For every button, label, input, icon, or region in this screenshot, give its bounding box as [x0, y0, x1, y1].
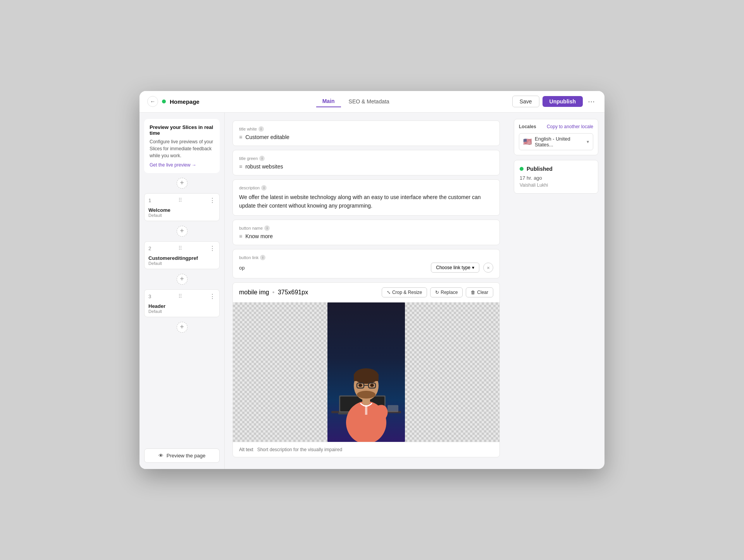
description-info-icon[interactable]: i [261, 185, 267, 191]
field-title-white: title white i ≡ Customer editable [232, 120, 500, 146]
image-dimensions: 375x691px [278, 289, 308, 295]
field-button-name-value[interactable]: ≡ Know more [239, 233, 493, 239]
slice-2-variant: Default [148, 261, 215, 266]
slice-2-name: Customereditingpref [148, 255, 215, 261]
field-button-link-value[interactable]: op [239, 265, 427, 271]
replace-icon: ↻ [435, 290, 439, 295]
slice-3-drag-handle[interactable]: ⠿ [178, 293, 182, 299]
svg-point-16 [370, 384, 374, 387]
field-title-white-label: title white i [239, 126, 493, 132]
slice-1-name: Welcome [148, 207, 215, 213]
left-sidebar: Preview your Slices in real time Configu… [140, 113, 225, 469]
field-title-white-value[interactable]: ≡ Customer editable [239, 134, 493, 140]
locale-name: English - United States... [535, 136, 584, 148]
add-slice-button-mid2[interactable]: + [177, 274, 188, 285]
locales-section: Locales Copy to another locale 🇺🇸 Englis… [514, 119, 598, 155]
back-button[interactable]: ← [147, 96, 158, 107]
image-label: mobile img • 375x691px [239, 289, 308, 296]
title-green-info-icon[interactable]: i [259, 156, 265, 161]
crop-resize-button[interactable]: ⤡ Crop & Resize [382, 287, 427, 297]
published-status-label: Published [527, 166, 553, 172]
slice-2-label: Customereditingpref Default [145, 255, 219, 269]
crop-icon: ⤡ [387, 290, 391, 295]
person-photo [327, 302, 405, 442]
slice-3-more-button[interactable]: ⋮ [209, 293, 215, 300]
field-description-value[interactable]: We offer the latest in website technolog… [239, 193, 493, 210]
eye-icon: 👁 [158, 453, 164, 459]
slice-3-name: Header [148, 303, 215, 309]
published-section: Published 17 hr. ago Vaishali Lukhi [514, 160, 598, 194]
field-button-link-row: op Choose link type ▾ × [239, 263, 493, 273]
slice-1-variant: Default [148, 213, 215, 218]
slice-2-more-button[interactable]: ⋮ [209, 245, 215, 252]
alt-text-input[interactable] [257, 447, 493, 452]
choose-link-type-button[interactable]: Choose link type ▾ [431, 263, 479, 273]
slice-item-3: 3 ⠿ ⋮ Header Default [144, 289, 220, 317]
preview-card-description: Configure live previews of your Slices f… [150, 138, 214, 159]
clear-link-button[interactable]: × [483, 263, 493, 273]
locale-select[interactable]: 🇺🇸 English - United States... ▾ [519, 133, 593, 150]
tab-seo-metadata[interactable]: SEO & Metadata [343, 96, 396, 107]
flag-icon: 🇺🇸 [523, 137, 532, 146]
clear-icon: 🗑 [471, 290, 475, 295]
field-title-green-value[interactable]: ≡ robust websites [239, 163, 493, 170]
field-button-name-label: button name i [239, 225, 493, 231]
published-by: Vaishali Lukhi [520, 182, 592, 188]
slice-2-drag-handle[interactable]: ⠿ [178, 245, 182, 251]
chevron-down-icon: ▾ [472, 265, 474, 270]
image-actions: ⤡ Crop & Resize ↻ Replace 🗑 Clear [382, 287, 493, 297]
tab-main[interactable]: Main [316, 96, 341, 107]
add-slice-button-top[interactable]: + [177, 178, 188, 189]
image-header: mobile img • 375x691px ⤡ Crop & Resize ↻… [233, 283, 499, 302]
slice-item-1: 1 ⠿ ⋮ Welcome Default [144, 193, 220, 221]
field-title-green: title green i ≡ robust websites [232, 150, 500, 175]
more-options-button[interactable]: ⋯ [586, 96, 597, 107]
svg-rect-10 [354, 374, 379, 381]
add-slice-button-mid1[interactable]: + [177, 226, 188, 237]
preview-card: Preview your Slices in real time Configu… [144, 119, 220, 173]
lines-icon-2: ≡ [239, 163, 242, 170]
slice-3-label: Header Default [145, 303, 219, 317]
button-name-info-icon[interactable]: i [264, 225, 270, 231]
field-description: description i We offer the latest in web… [232, 179, 500, 216]
right-sidebar: Locales Copy to another locale 🇺🇸 Englis… [508, 113, 604, 469]
slice-3-header: 3 ⠿ ⋮ [145, 290, 219, 303]
page-status-dot [162, 100, 166, 103]
clear-image-button[interactable]: 🗑 Clear [466, 287, 493, 297]
svg-point-11 [357, 391, 375, 399]
title-white-info-icon[interactable]: i [258, 126, 264, 132]
header-left: ← Homepage [147, 96, 200, 107]
svg-point-15 [358, 384, 362, 387]
header: ← Homepage Main SEO & Metadata Save Unpu… [140, 91, 604, 113]
locale-chevron-icon: ▾ [587, 139, 589, 144]
locales-label: Locales [519, 124, 536, 129]
field-button-link-label: button link i [239, 255, 493, 260]
image-canvas [233, 302, 499, 442]
preview-page-label: Preview the page [167, 453, 205, 459]
slice-3-variant: Default [148, 309, 215, 314]
content-area: title white i ≡ Customer editable title … [225, 113, 508, 469]
slice-3-number: 3 [148, 294, 151, 299]
replace-button[interactable]: ↻ Replace [430, 287, 463, 297]
published-status-row: Published [520, 166, 592, 172]
add-slice-button-bottom[interactable]: + [177, 322, 188, 333]
slice-2-number: 2 [148, 246, 151, 251]
preview-page-button[interactable]: 👁 Preview the page [144, 448, 220, 463]
field-button-link: button link i op Choose link type ▾ × [232, 249, 500, 278]
locales-header: Locales Copy to another locale [519, 124, 593, 129]
unpublish-button[interactable]: Unpublish [542, 96, 583, 107]
button-link-info-icon[interactable]: i [260, 255, 265, 260]
copy-locale-link[interactable]: Copy to another locale [547, 124, 593, 129]
alt-text-label: Alt text [239, 447, 253, 452]
slice-2-header: 2 ⠿ ⋮ [145, 242, 219, 255]
lines-icon-1: ≡ [239, 134, 242, 140]
slice-1-more-button[interactable]: ⋮ [209, 197, 215, 204]
slice-1-drag-handle[interactable]: ⠿ [178, 197, 182, 203]
preview-card-title: Preview your Slices in real time [150, 124, 214, 136]
save-button[interactable]: Save [512, 96, 539, 107]
slice-1-number: 1 [148, 198, 151, 203]
svg-rect-17 [388, 405, 398, 412]
live-preview-link[interactable]: Get the live preview → [150, 162, 214, 168]
field-button-name: button name i ≡ Know more [232, 220, 500, 245]
field-title-green-label: title green i [239, 156, 493, 161]
